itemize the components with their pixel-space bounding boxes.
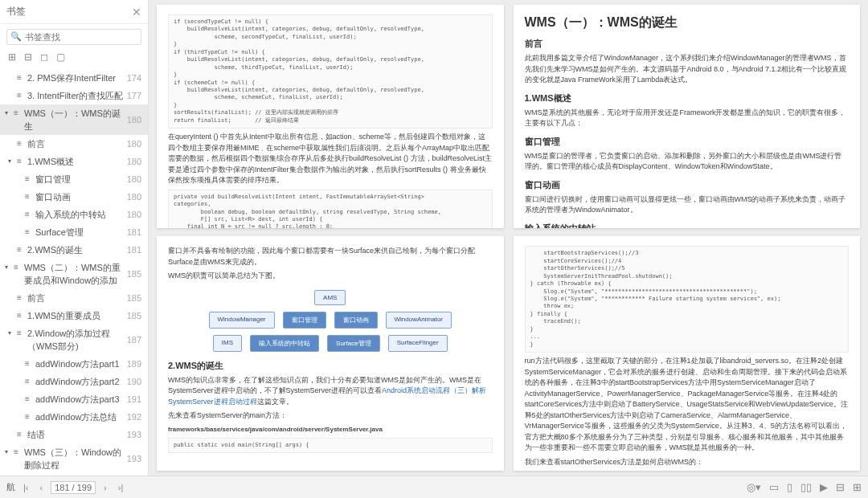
tag-icon[interactable]: ▢	[56, 51, 65, 63]
view-icon[interactable]: ◎▾	[747, 481, 761, 493]
bookmark-item-icon: ≡	[17, 71, 25, 84]
sidebar-item-page: 185	[127, 309, 141, 322]
sidebar-item-label: 2.WMS的诞生	[27, 243, 83, 256]
sidebar-title: 书签	[6, 5, 26, 18]
heading: 前言	[525, 38, 850, 50]
paragraph: WMS是系统的其他服务，无论对于应用开发还是Framework开发都是重点的知识…	[525, 108, 850, 129]
sidebar-item-page: 193	[127, 452, 141, 465]
bookmark-item-icon: ≡	[14, 107, 22, 120]
first-page-button[interactable]: |‹	[20, 483, 32, 492]
next-page-button[interactable]: ›	[100, 483, 110, 492]
collapse-icon[interactable]: ⊟	[24, 51, 32, 63]
last-page-button[interactable]: ›|	[115, 483, 127, 492]
code-block: private void buildResolveList(Intent int…	[168, 190, 493, 229]
read-icon[interactable]: ▶	[820, 481, 828, 493]
paragraph: 在queryIntent () 中首先从Intent中取出所有信息，如actio…	[168, 132, 493, 186]
bookmark-item-icon: ≡	[25, 190, 33, 203]
chevron-icon: ▾	[5, 446, 11, 459]
sidebar-item-label: addWindow方法part1	[35, 357, 120, 370]
sidebar-item-label: 前言	[27, 292, 45, 304]
sidebar-item-page: 185	[127, 267, 141, 280]
fit-width-icon[interactable]: ▭	[769, 481, 779, 493]
two-page-icon[interactable]: ▯▯	[800, 481, 812, 493]
heading: 输入系统的中转站	[525, 222, 850, 229]
sidebar-item[interactable]: ≡窗口动画180	[0, 188, 148, 206]
single-page-icon[interactable]: ▯	[787, 481, 792, 493]
sidebar-item-page: 177	[127, 89, 141, 102]
sidebar-item-page: 174	[127, 71, 141, 84]
sidebar-item-label: WMS（一）：WMS的诞生	[24, 107, 124, 133]
sidebar-item-page: 180	[127, 173, 141, 186]
sidebar-item[interactable]: ≡addWindow方法总结192	[0, 408, 148, 426]
code-block: public static void main(String[] args) {	[168, 438, 493, 453]
bookmark-item-icon: ≡	[17, 137, 25, 150]
bookmark-item-icon: ≡	[25, 375, 33, 388]
paragraph: WMS是窗口的管理者，它负责窗口的启动、添加和删除，另外窗口的大小和层级也是由W…	[525, 151, 850, 173]
sidebar-item-page: 181	[127, 243, 141, 256]
sidebar-item-page: 189	[127, 357, 141, 370]
sidebar-item-page: 192	[127, 410, 141, 423]
heading: 2.WMS的诞生	[168, 360, 493, 372]
sidebar-item[interactable]: ≡前言185	[0, 289, 148, 307]
bookmark-icon[interactable]: ◻	[40, 51, 48, 63]
sidebar-item-label: Surface管理	[35, 226, 84, 239]
sidebar-item[interactable]: ≡Surface管理181	[0, 223, 148, 241]
prev-page-button[interactable]: ‹	[37, 483, 47, 492]
sidebar-item[interactable]: ▾≡WMS（一）：WMS的诞生180	[0, 104, 148, 135]
sidebar-item-page: 180	[127, 208, 141, 221]
bookmark-item-icon: ≡	[17, 155, 25, 168]
search-input[interactable]	[6, 29, 141, 45]
sidebar-item-page: 187	[127, 333, 141, 346]
bookmark-item-icon: ≡	[14, 446, 22, 459]
paragraph: run方法代码很多，这里截取了关键的部分，在注释1处加载了libandroid_…	[525, 356, 850, 454]
sidebar-item-label: 1.WMS概述	[27, 155, 74, 168]
bookmark-item-icon: ≡	[17, 327, 25, 340]
paragraph: 窗口间进行切换时，使用窗口动画可以显得更炫一些，窗口动画由WMS的动画子系统来负…	[525, 194, 850, 216]
page-number-input[interactable]: 181 / 199	[51, 481, 96, 494]
bookmark-item-icon: ≡	[17, 309, 25, 322]
bookmark-item-icon: ≡	[17, 292, 25, 304]
sidebar-item-label: WMS（二）：WMS的重要成员和Window的添加过程	[24, 261, 124, 287]
sidebar-item-label: 前言	[27, 137, 45, 150]
sidebar-item[interactable]: ≡结语193	[0, 426, 148, 443]
bookmark-item-icon: ≡	[25, 410, 33, 423]
search-icon: 🔍	[10, 31, 22, 42]
sidebar-item[interactable]: ≡2.WMS的诞生181	[0, 241, 148, 259]
sidebar-item[interactable]: ≡输入系统的中转站180	[0, 206, 148, 223]
sidebar-item[interactable]: ▾≡WMS（三）：Window的删除过程193	[0, 443, 148, 474]
sidebar-item[interactable]: ≡addWindow方法part1189	[0, 355, 148, 373]
zoom-in-icon[interactable]: ⊞	[853, 481, 862, 493]
sidebar-item[interactable]: ≡addWindow方法part2190	[0, 373, 148, 390]
close-icon[interactable]: ✕	[132, 6, 141, 18]
bookmark-item-icon: ≡	[25, 226, 33, 239]
zoom-out-icon[interactable]: ⊟	[836, 481, 845, 493]
bookmark-item-icon: ≡	[25, 357, 33, 370]
sidebar-item-page: 193	[127, 428, 141, 441]
bookmark-item-icon: ≡	[17, 428, 25, 441]
sidebar-item-page: 180	[127, 190, 141, 203]
sidebar-item[interactable]: ≡3. IntentFilter的查找匹配177	[0, 87, 148, 104]
bookmark-item-icon: ≡	[25, 173, 33, 186]
bookmark-item-icon: ≡	[14, 261, 22, 274]
nav-label: 航	[6, 481, 15, 493]
sidebar-item[interactable]: ≡窗口管理180	[0, 170, 148, 188]
sidebar-item[interactable]: ≡1.WMS的重要成员185	[0, 307, 148, 325]
sidebar-item-label: addWindow方法总结	[35, 410, 117, 423]
sidebar-item-page: 185	[127, 292, 141, 304]
sidebar-item[interactable]: ≡2. PMS保存IntentFilter174	[0, 69, 148, 87]
sidebar-item-label: WMS（三）：Window的删除过程	[24, 446, 124, 471]
sidebar-item[interactable]: ▾≡WMS（二）：WMS的重要成员和Window的添加过程185	[0, 259, 148, 289]
sidebar-item-page: 180	[127, 113, 141, 126]
sidebar-item-label: 2.Window的添加过程（WMS部分)	[27, 327, 124, 353]
paragraph: 我们来查看startOtherServices方法是如何启动WMS的：	[525, 457, 850, 468]
sidebar-item-label: addWindow方法part3	[35, 393, 120, 406]
sidebar-item[interactable]: ▾≡1.WMS概述180	[0, 153, 148, 170]
chevron-icon: ▾	[8, 327, 14, 340]
sidebar-item[interactable]: ≡addWindow方法part3191	[0, 390, 148, 408]
sidebar-item[interactable]: ≡前言180	[0, 135, 148, 153]
sidebar-item-page: 190	[127, 375, 141, 388]
sidebar-item-label: 3. IntentFilter的查找匹配	[27, 89, 123, 102]
expand-icon[interactable]: ⊞	[8, 51, 16, 63]
sidebar-item[interactable]: ▾≡2.Window的添加过程（WMS部分)187	[0, 325, 148, 355]
code-block: startBootstrapServices();//3 startCoreSe…	[525, 246, 850, 353]
